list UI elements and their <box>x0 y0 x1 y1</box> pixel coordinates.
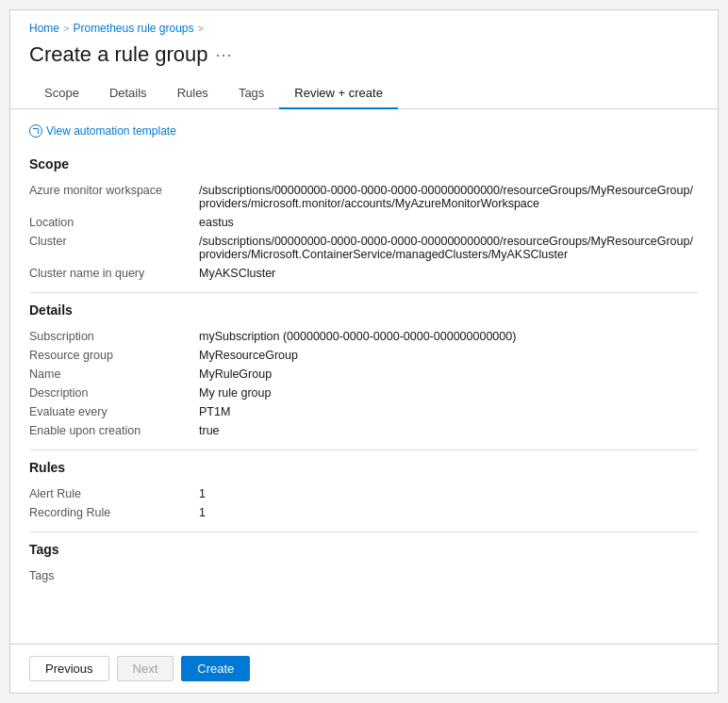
breadcrumb-sep1: > <box>63 23 69 34</box>
next-button: Next <box>117 656 174 681</box>
field-value: mySubscription (00000000-0000-0000-0000-… <box>199 327 699 346</box>
field-label: Cluster name in query <box>29 264 199 283</box>
field-value: 1 <box>199 503 699 522</box>
automation-icon <box>29 124 42 138</box>
tab-bar: Scope Details Rules Tags Review + create <box>10 78 718 109</box>
details-table: Subscription mySubscription (00000000-00… <box>29 327 699 440</box>
create-button[interactable]: Create <box>181 656 250 681</box>
field-label: Description <box>29 384 199 402</box>
field-label: Location <box>29 213 199 232</box>
section-details-title: Details <box>29 302 699 318</box>
table-row: Location eastus <box>29 213 699 232</box>
page-title: Create a rule group <box>29 42 208 67</box>
breadcrumb-home[interactable]: Home <box>29 22 59 35</box>
field-value: 1 <box>199 484 699 503</box>
tab-details[interactable]: Details <box>94 78 162 109</box>
table-row: Name MyRuleGroup <box>29 365 699 384</box>
field-value: eastus <box>199 213 699 232</box>
main-window: Home > Prometheus rule groups > Create a… <box>9 9 719 694</box>
field-value: MyRuleGroup <box>199 365 699 384</box>
table-row: Recording Rule 1 <box>29 503 699 522</box>
breadcrumb-sep2: > <box>198 23 204 34</box>
field-value <box>199 566 699 585</box>
field-label: Recording Rule <box>29 503 199 522</box>
field-value: My rule group <box>199 384 699 402</box>
table-row: Tags <box>29 566 699 585</box>
field-label: Azure monitor workspace <box>29 181 199 213</box>
breadcrumb-prometheus[interactable]: Prometheus rule groups <box>73 22 193 35</box>
field-value: PT1M <box>199 402 699 421</box>
view-automation-link[interactable]: View automation template <box>29 124 699 138</box>
tab-rules[interactable]: Rules <box>162 78 223 109</box>
table-row: Enable upon creation true <box>29 421 699 440</box>
field-label: Alert Rule <box>29 484 199 503</box>
table-row: Description My rule group <box>29 384 699 402</box>
table-row: Cluster /subscriptions/00000000-0000-000… <box>29 232 699 264</box>
table-row: Resource group MyResourceGroup <box>29 346 699 365</box>
field-label: Tags <box>29 566 199 585</box>
table-row: Azure monitor workspace /subscriptions/0… <box>29 181 699 213</box>
field-label: Name <box>29 365 199 384</box>
field-label: Cluster <box>29 232 199 264</box>
previous-button[interactable]: Previous <box>29 656 109 681</box>
footer: Previous Next Create <box>10 644 718 693</box>
divider-rules <box>29 531 699 532</box>
section-rules-title: Rules <box>29 460 699 475</box>
tab-tags[interactable]: Tags <box>223 78 279 109</box>
field-value: MyResourceGroup <box>199 346 699 365</box>
tab-review-create[interactable]: Review + create <box>279 78 398 109</box>
field-value: MyAKSCluster <box>199 264 699 283</box>
table-row: Subscription mySubscription (00000000-00… <box>29 327 699 346</box>
section-scope-title: Scope <box>29 156 699 172</box>
content-area: View automation template Scope Azure mon… <box>10 109 718 644</box>
field-value: /subscriptions/00000000-0000-0000-0000-0… <box>199 232 699 264</box>
field-label: Resource group <box>29 346 199 365</box>
page-header: Create a rule group ··· <box>10 39 718 78</box>
breadcrumb: Home > Prometheus rule groups > <box>10 10 718 39</box>
rules-table: Alert Rule 1 Recording Rule 1 <box>29 484 699 522</box>
field-label: Evaluate every <box>29 402 199 421</box>
more-options-icon[interactable]: ··· <box>216 45 233 65</box>
table-row: Alert Rule 1 <box>29 484 699 503</box>
field-value: true <box>199 421 699 440</box>
table-row: Evaluate every PT1M <box>29 402 699 421</box>
field-value: /subscriptions/00000000-0000-0000-0000-0… <box>199 181 699 213</box>
automation-link-label: View automation template <box>46 124 176 138</box>
divider-details <box>29 450 699 450</box>
field-label: Enable upon creation <box>29 421 199 440</box>
tab-scope[interactable]: Scope <box>29 78 94 109</box>
divider-scope <box>29 292 699 293</box>
field-label: Subscription <box>29 327 199 346</box>
tags-table: Tags <box>29 566 699 585</box>
table-row: Cluster name in query MyAKSCluster <box>29 264 699 283</box>
scope-table: Azure monitor workspace /subscriptions/0… <box>29 181 699 283</box>
section-tags-title: Tags <box>29 542 699 557</box>
